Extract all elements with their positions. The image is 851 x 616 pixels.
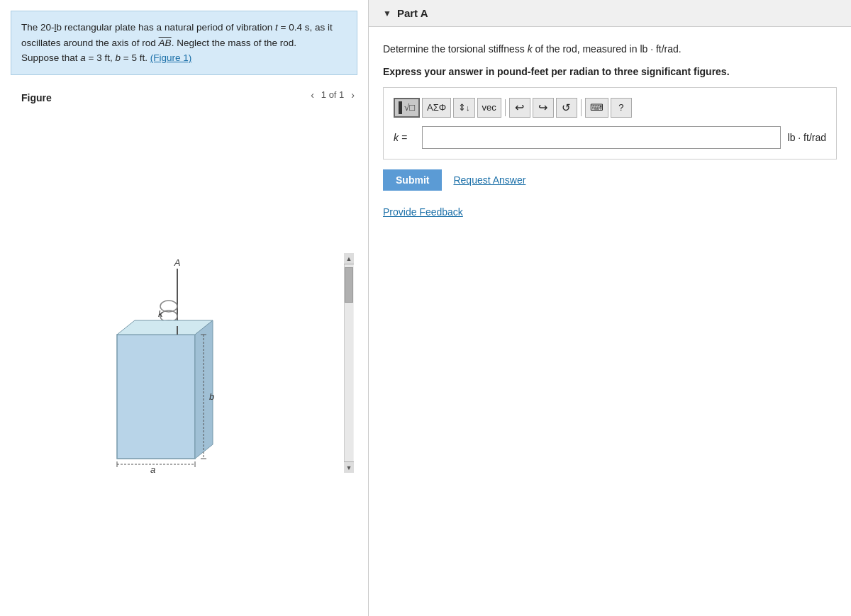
question-line2: Express your answer in pound-feet per ra… [383,66,730,77]
toolbar-sqrt-button[interactable]: √□ [394,98,420,118]
svg-text:b: b [209,391,214,402]
toolbar-sep2 [581,99,582,116]
part-content: Determine the torsional stiffness k of t… [369,27,851,232]
figure-area: Figure ‹ 1 of 1 › A [0,75,368,616]
arrows-icon: ⇕ [458,102,466,113]
figure-label: Figure [11,82,62,108]
left-panel: The 20-lb rectangular plate has a natura… [0,0,369,616]
toolbar-help-button[interactable]: ? [611,98,632,118]
toolbar: √□ ΑΣΦ ⇕ ↓ vec ↩ ↪ [394,98,826,118]
toolbar-redo-button[interactable]: ↪ [533,98,554,118]
toolbar-vec-button[interactable]: vec [477,98,501,118]
down-icon: ↓ [466,103,470,112]
scroll-up-button[interactable]: ▲ [344,253,354,264]
svg-rect-7 [117,335,195,459]
redo-icon: ↪ [538,101,547,114]
k-label: k = [394,132,415,143]
refresh-icon: ↺ [562,101,571,114]
actions-row: Submit Request Answer [383,169,837,191]
part-collapse-arrow[interactable]: ▼ [383,9,391,18]
request-answer-button[interactable]: Request Answer [453,174,525,186]
answer-row: k = lb · ft/rad [394,126,826,149]
figure-svg: A k B [11,253,344,473]
toolbar-arrows-button[interactable]: ⇕ ↓ [453,98,475,118]
figure-scrollbar[interactable]: ▲ ▼ [344,253,354,473]
scroll-thumb[interactable] [345,267,353,303]
toolbar-keyboard-button[interactable]: ⌨ [585,98,608,118]
unit-label: lb · ft/rad [788,132,826,143]
answer-input[interactable] [422,126,781,149]
scroll-track [345,264,353,461]
part-header: ▼ Part A [369,0,851,27]
toolbar-refresh-button[interactable]: ↺ [556,98,577,118]
part-title: Part A [397,7,428,19]
toolbar-undo-button[interactable]: ↩ [509,98,530,118]
right-panel: ▼ Part A Determine the torsional stiffne… [369,0,851,616]
greek-icon: ΑΣΦ [427,102,446,113]
answer-box: √□ ΑΣΦ ⇕ ↓ vec ↩ ↪ [383,87,837,159]
help-icon: ? [618,102,623,113]
toolbar-sep1 [505,99,506,116]
svg-text:A: A [173,257,180,268]
question-text: Determine the torsional stiffness k of t… [383,41,837,57]
sqrt-icon: √□ [404,102,415,113]
problem-text: The 20-lb rectangular plate has a natura… [21,22,333,63]
svg-text:a: a [150,464,155,473]
figure-header-row: Figure ‹ 1 of 1 › [0,75,368,111]
provide-feedback-button[interactable]: Provide Feedback [383,206,463,218]
figure-nav-text: 1 of 1 [321,89,345,100]
submit-button[interactable]: Submit [383,169,442,191]
keyboard-icon: ⌨ [590,102,604,113]
toolbar-greek-button[interactable]: ΑΣΦ [422,98,451,118]
question-emphasis: Express your answer in pound-feet per ra… [383,64,837,79]
problem-text-box: The 20-lb rectangular plate has a natura… [11,11,357,75]
figure-prev-button[interactable]: ‹ [308,88,317,102]
figure-canvas: A k B [0,111,368,616]
figure-link[interactable]: (Figure 1) [150,52,192,63]
undo-icon: ↩ [515,101,524,114]
question-line1: Determine the torsional stiffness k of t… [383,43,682,55]
scroll-down-button[interactable]: ▼ [344,461,354,473]
vec-icon: vec [482,102,496,113]
figure-next-button[interactable]: › [348,88,357,102]
